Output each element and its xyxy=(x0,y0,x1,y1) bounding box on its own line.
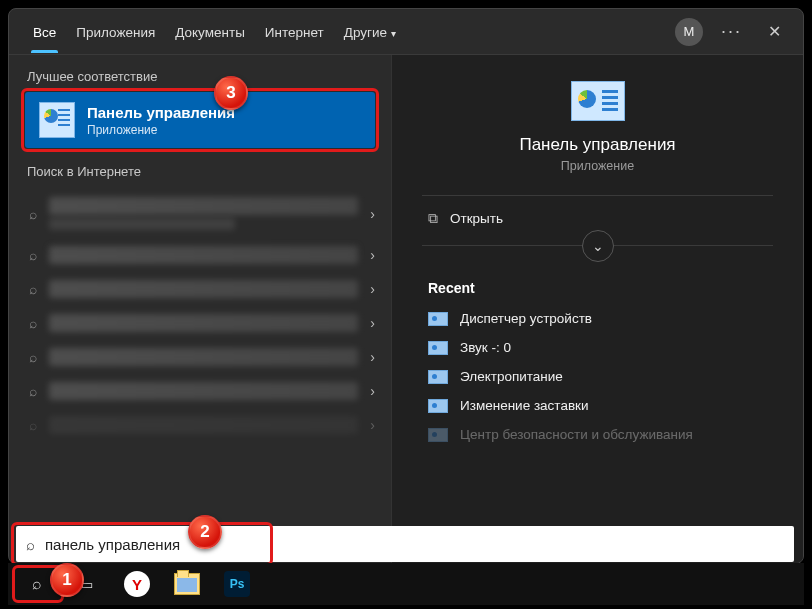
search-icon: ⌕ xyxy=(29,349,37,365)
web-result[interactable]: ⌕› xyxy=(27,408,381,442)
chevron-right-icon: › xyxy=(370,281,375,297)
web-search-header: Поиск в Интернете xyxy=(9,150,391,187)
cpl-icon xyxy=(428,341,448,355)
search-input[interactable] xyxy=(45,536,784,553)
cpl-icon xyxy=(428,428,448,442)
preview-title: Панель управления xyxy=(422,135,773,155)
control-panel-icon xyxy=(39,102,75,138)
recent-item[interactable]: Изменение заставки xyxy=(422,391,773,420)
web-result[interactable]: ⌕› xyxy=(27,238,381,272)
tab-internet[interactable]: Интернет xyxy=(255,11,334,52)
recent-item[interactable]: Диспетчер устройств xyxy=(422,304,773,333)
taskbar-photoshop[interactable]: Ps xyxy=(214,565,260,603)
tab-apps[interactable]: Приложения xyxy=(66,11,165,52)
web-result[interactable]: ⌕› xyxy=(27,340,381,374)
expand-toggle[interactable]: ⌄ xyxy=(582,230,614,262)
preview-pane: Панель управления Приложение ⧉ Открыть ⌄… xyxy=(391,55,803,563)
search-icon: ⌕ xyxy=(29,206,37,222)
folder-icon xyxy=(174,573,200,595)
recent-item[interactable]: Звук -: 0 xyxy=(422,333,773,362)
chevron-right-icon: › xyxy=(370,417,375,433)
recent-item[interactable]: Центр безопасности и обслуживания xyxy=(422,420,773,449)
taskbar-yandex[interactable]: Y xyxy=(114,565,160,603)
open-icon: ⧉ xyxy=(428,210,438,227)
search-bar[interactable]: ⌕ xyxy=(16,526,794,562)
taskbar-search-button[interactable]: ⌕ xyxy=(14,565,60,603)
search-icon: ⌕ xyxy=(26,536,35,553)
taskbar-taskview[interactable]: ▭ xyxy=(64,565,110,603)
tab-other[interactable]: Другие▾ xyxy=(334,11,406,52)
search-icon: ⌕ xyxy=(29,281,37,297)
user-avatar[interactable]: М xyxy=(675,18,703,46)
tab-documents[interactable]: Документы xyxy=(165,11,255,52)
tab-all[interactable]: Все xyxy=(23,11,66,52)
web-result[interactable]: ⌕› xyxy=(27,189,381,238)
best-match-title: Панель управления xyxy=(87,104,235,121)
chevron-right-icon: › xyxy=(370,315,375,331)
close-button[interactable]: ✕ xyxy=(760,18,789,45)
chevron-right-icon: › xyxy=(370,349,375,365)
search-panel: Все Приложения Документы Интернет Другие… xyxy=(8,8,804,564)
taskbar: ⌕ ▭ Y Ps xyxy=(8,563,804,605)
filter-tabs: Все Приложения Документы Интернет Другие… xyxy=(9,9,803,55)
control-panel-icon xyxy=(571,81,625,121)
best-match-item[interactable]: Панель управления Приложение xyxy=(25,92,375,148)
chevron-right-icon: › xyxy=(370,247,375,263)
more-button[interactable]: ··· xyxy=(721,21,742,42)
web-result[interactable]: ⌕› xyxy=(27,374,381,408)
open-label: Открыть xyxy=(450,211,503,226)
best-match-subtitle: Приложение xyxy=(87,123,235,137)
chevron-right-icon: › xyxy=(370,383,375,399)
recent-item[interactable]: Электропитание xyxy=(422,362,773,391)
cpl-icon xyxy=(428,399,448,413)
recent-header: Recent xyxy=(422,272,773,304)
web-result[interactable]: ⌕› xyxy=(27,306,381,340)
cpl-icon xyxy=(428,370,448,384)
preview-subtitle: Приложение xyxy=(422,159,773,173)
search-icon: ⌕ xyxy=(29,315,37,331)
chevron-right-icon: › xyxy=(370,206,375,222)
cpl-icon xyxy=(428,312,448,326)
taskbar-explorer[interactable] xyxy=(164,565,210,603)
chevron-down-icon: ▾ xyxy=(391,28,396,39)
web-result[interactable]: ⌕› xyxy=(27,272,381,306)
search-icon: ⌕ xyxy=(29,417,37,433)
search-icon: ⌕ xyxy=(29,383,37,399)
best-match-header: Лучшее соответствие xyxy=(9,55,391,92)
results-pane: Лучшее соответствие Панель управления Пр… xyxy=(9,55,391,563)
search-icon: ⌕ xyxy=(29,247,37,263)
